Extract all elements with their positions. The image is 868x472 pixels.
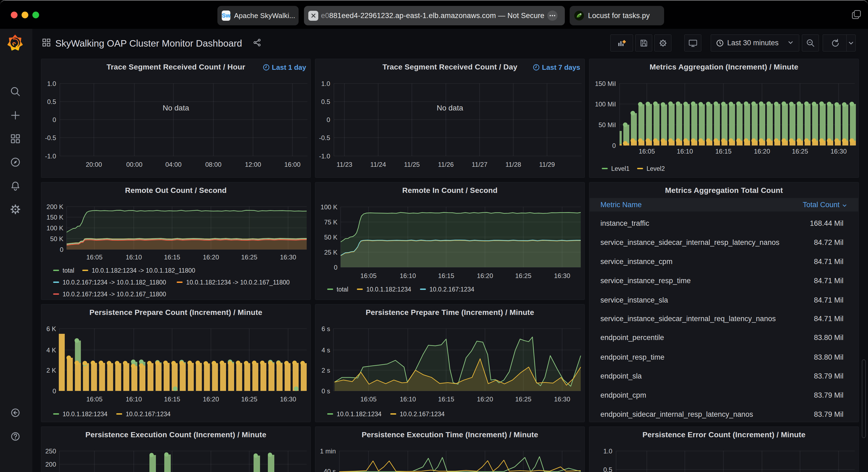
svg-text:150 K: 150 K [46, 214, 63, 221]
svg-text:16:15: 16:15 [715, 148, 732, 155]
svg-text:16:10: 16:10 [677, 148, 693, 155]
svg-text:16:10: 16:10 [126, 396, 142, 403]
svg-text:4 K: 4 K [46, 346, 56, 354]
svg-text:250: 250 [45, 447, 56, 455]
svg-text:11/29: 11/29 [539, 161, 555, 168]
svg-text:1 min: 1 min [320, 447, 336, 455]
svg-text:16:20: 16:20 [477, 396, 493, 403]
svg-text:16:15: 16:15 [438, 396, 454, 403]
svg-text:25 K: 25 K [324, 249, 337, 256]
svg-text:0: 0 [327, 116, 330, 124]
svg-text:0.5: 0.5 [47, 98, 56, 105]
svg-text:2 s: 2 s [321, 367, 330, 374]
svg-text:50 K: 50 K [324, 234, 337, 241]
svg-text:75 K: 75 K [324, 218, 337, 226]
svg-text:0: 0 [612, 142, 616, 149]
svg-text:16:25: 16:25 [241, 254, 257, 261]
svg-text:16:30: 16:30 [280, 254, 296, 261]
svg-text:No data: No data [163, 104, 189, 112]
svg-text:0.5: 0.5 [321, 98, 330, 105]
svg-text:16:25: 16:25 [241, 396, 257, 403]
svg-text:-0.5: -0.5 [319, 134, 330, 141]
svg-text:11/23: 11/23 [337, 161, 352, 168]
svg-text:0.5: 0.5 [603, 466, 612, 472]
svg-text:11/26: 11/26 [438, 161, 454, 168]
svg-text:200 K: 200 K [46, 203, 63, 210]
svg-text:16:10: 16:10 [400, 272, 416, 279]
svg-text:16:05: 16:05 [639, 148, 655, 155]
svg-text:150 Mil: 150 Mil [595, 80, 616, 87]
svg-text:4 s: 4 s [321, 346, 330, 354]
svg-text:1.0: 1.0 [47, 80, 56, 87]
svg-text:16:20: 16:20 [754, 148, 770, 155]
svg-text:100 K: 100 K [46, 225, 63, 232]
svg-text:40 s: 40 s [324, 468, 336, 472]
svg-text:50 K: 50 K [50, 235, 63, 242]
svg-text:16:10: 16:10 [126, 254, 142, 261]
svg-text:2 K: 2 K [46, 367, 56, 374]
svg-text:16:30: 16:30 [554, 396, 570, 403]
svg-text:16:20: 16:20 [477, 272, 493, 279]
svg-text:16:30: 16:30 [554, 272, 570, 279]
svg-text:No data: No data [437, 104, 463, 112]
svg-text:16:05: 16:05 [360, 272, 376, 279]
svg-text:-1.0: -1.0 [45, 153, 56, 160]
svg-text:16:25: 16:25 [515, 272, 531, 279]
svg-text:100 K: 100 K [320, 203, 337, 211]
svg-text:16:20: 16:20 [203, 254, 219, 261]
svg-text:16:25: 16:25 [515, 396, 531, 403]
svg-text:1.0: 1.0 [603, 447, 612, 455]
svg-text:20:00: 20:00 [86, 161, 102, 168]
svg-text:200: 200 [45, 461, 56, 468]
svg-text:50 Mil: 50 Mil [598, 121, 616, 129]
svg-text:16:05: 16:05 [86, 254, 102, 261]
svg-text:0: 0 [60, 246, 63, 253]
svg-text:11/24: 11/24 [370, 161, 386, 168]
svg-text:16:15: 16:15 [164, 396, 180, 403]
svg-text:1.0: 1.0 [321, 80, 330, 87]
svg-text:0: 0 [334, 264, 337, 271]
svg-text:0 s: 0 s [321, 387, 330, 395]
svg-text:16:30: 16:30 [831, 148, 847, 155]
svg-text:16:15: 16:15 [438, 272, 454, 279]
svg-text:100 Mil: 100 Mil [595, 100, 616, 108]
svg-text:00:00: 00:00 [126, 161, 143, 168]
svg-text:6 s: 6 s [321, 325, 330, 332]
svg-text:0: 0 [53, 387, 56, 395]
svg-text:04:00: 04:00 [165, 161, 182, 168]
svg-text:16:25: 16:25 [792, 148, 808, 155]
svg-text:12:00: 12:00 [245, 161, 261, 168]
svg-text:6 K: 6 K [46, 325, 56, 332]
svg-text:16:00: 16:00 [284, 161, 301, 168]
svg-text:11/28: 11/28 [505, 161, 521, 168]
svg-text:-1.0: -1.0 [319, 153, 330, 160]
svg-text:16:20: 16:20 [203, 396, 219, 403]
svg-text:-0.5: -0.5 [45, 134, 56, 141]
svg-text:16:30: 16:30 [280, 396, 296, 403]
svg-text:16:10: 16:10 [400, 396, 416, 403]
svg-text:16:05: 16:05 [86, 396, 102, 403]
svg-text:11/25: 11/25 [404, 161, 420, 168]
svg-text:16:15: 16:15 [164, 254, 180, 261]
svg-text:11/27: 11/27 [472, 161, 487, 168]
svg-text:16:05: 16:05 [360, 396, 376, 403]
svg-text:08:00: 08:00 [205, 161, 221, 168]
svg-text:0: 0 [53, 116, 56, 124]
